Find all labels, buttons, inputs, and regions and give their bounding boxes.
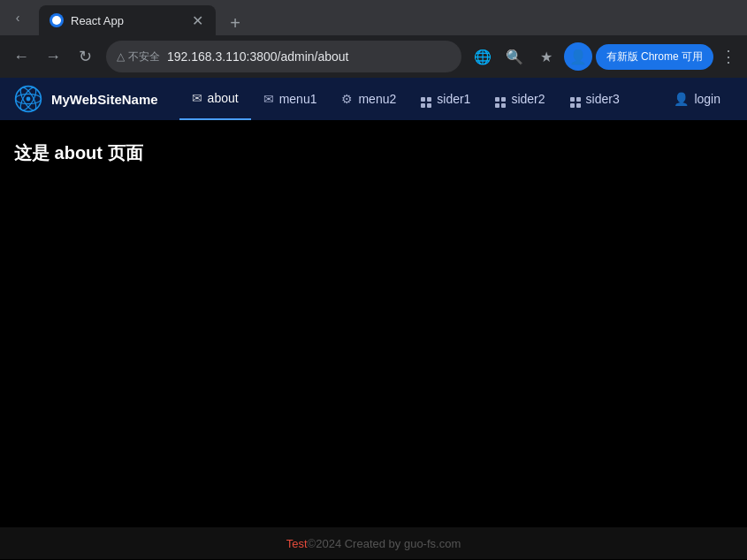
tab-scroll-left[interactable]: ‹ xyxy=(7,7,28,28)
grid-icon-sider3 xyxy=(570,90,581,108)
footer-highlight: Test xyxy=(286,537,308,550)
security-label: 不安全 xyxy=(128,49,160,64)
browser-menu-button[interactable]: ⋮ xyxy=(717,43,740,70)
nav-label-sider2: sider2 xyxy=(511,92,545,106)
tab-close-button[interactable]: ✕ xyxy=(189,12,205,28)
nav-label-login: login xyxy=(694,92,720,106)
nav-item-menu1[interactable]: ✉ menu1 xyxy=(251,78,330,120)
tab-title: React App xyxy=(71,14,182,27)
nav-item-sider1[interactable]: sider1 xyxy=(408,78,483,120)
envelope-icon-about: ✉ xyxy=(192,91,202,105)
brand-name: MyWebSiteName xyxy=(51,92,158,107)
tab-favicon xyxy=(50,13,64,27)
nav-item-login[interactable]: 👤 login xyxy=(661,92,733,106)
envelope-icon-menu1: ✉ xyxy=(263,92,274,106)
reload-button[interactable]: ↻ xyxy=(71,42,99,71)
nav-label-about: about xyxy=(208,91,239,105)
nav-item-sider2[interactable]: sider2 xyxy=(483,78,557,120)
page-heading: 这是 about 页面 xyxy=(14,141,733,165)
nav-item-menu2[interactable]: ⚙ menu2 xyxy=(329,78,408,120)
footer: Test ©2024 Created by guo-fs.com xyxy=(0,527,747,559)
browser-chrome: ‹ React App ✕ + ← → ↻ △ 不安全 192.168.3.11… xyxy=(0,0,747,78)
profile-button[interactable]: 👤 xyxy=(564,42,592,71)
toolbar: ← → ↻ △ 不安全 192.168.3.110:3800/admin/abo… xyxy=(0,35,747,78)
active-tab[interactable]: React App ✕ xyxy=(39,5,216,35)
warning-triangle: △ xyxy=(117,50,125,63)
nav-right: 👤 login xyxy=(661,92,733,106)
brand[interactable]: MyWebSiteName xyxy=(14,85,158,113)
url-text: 192.168.3.110:3800/admin/about xyxy=(167,49,451,64)
nav-item-about[interactable]: ✉ about xyxy=(179,78,251,120)
favicon-inner xyxy=(52,16,61,25)
nav-label-sider1: sider1 xyxy=(437,92,470,106)
brand-logo xyxy=(14,85,42,113)
svg-point-4 xyxy=(27,97,31,102)
translate-button[interactable]: 🌐 xyxy=(469,42,497,71)
chrome-update-button[interactable]: 有新版 Chrome 可用 xyxy=(596,44,713,70)
nav-links: ✉ about ✉ menu1 ⚙ menu2 sider1 xyxy=(179,78,662,120)
back-button[interactable]: ← xyxy=(7,42,35,71)
security-icon: △ 不安全 xyxy=(117,49,160,64)
tab-controls: ‹ xyxy=(7,0,35,35)
grid-icon-sider1 xyxy=(421,90,431,108)
search-button[interactable]: 🔍 xyxy=(500,42,529,71)
forward-button[interactable]: → xyxy=(39,42,67,71)
main-content: 这是 about 页面 xyxy=(0,120,747,527)
grid-icon-sider2 xyxy=(495,90,506,108)
nav-label-menu2: menu2 xyxy=(358,92,396,106)
footer-copy: ©2024 Created by guo-fs.com xyxy=(308,537,461,550)
nav-item-sider3[interactable]: sider3 xyxy=(558,78,632,120)
toolbar-right: 🌐 🔍 ★ 👤 有新版 Chrome 可用 ⋮ xyxy=(469,42,740,71)
nav-label-sider3: sider3 xyxy=(586,92,620,106)
bookmark-button[interactable]: ★ xyxy=(532,42,560,71)
nav-label-menu1: menu1 xyxy=(279,92,317,106)
address-bar[interactable]: △ 不安全 192.168.3.110:3800/admin/about xyxy=(106,41,461,72)
tab-bar: ‹ React App ✕ + xyxy=(0,0,747,35)
navbar: MyWebSiteName ✉ about ✉ menu1 ⚙ menu2 xyxy=(0,78,747,120)
new-tab-button[interactable]: + xyxy=(223,11,248,35)
user-icon-login: 👤 xyxy=(674,92,689,106)
app-content: MyWebSiteName ✉ about ✉ menu1 ⚙ menu2 xyxy=(0,78,747,559)
gear-icon-menu2: ⚙ xyxy=(341,92,353,106)
